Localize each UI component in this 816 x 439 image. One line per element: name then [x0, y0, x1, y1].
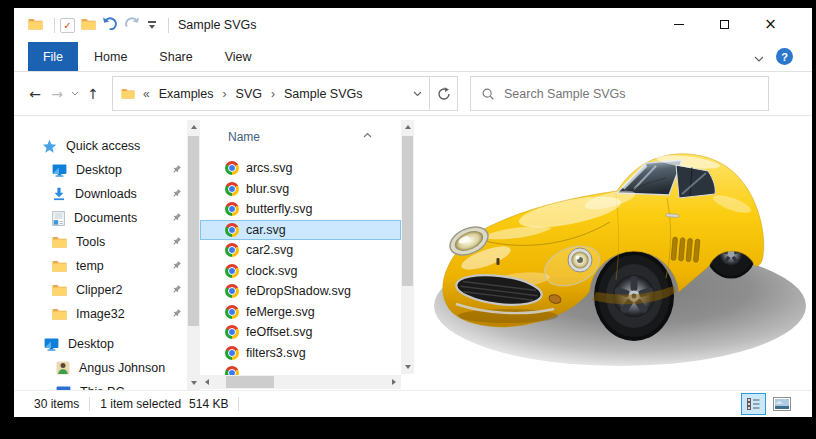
folder-icon: [52, 236, 67, 248]
scroll-right-arrow[interactable]: [387, 375, 401, 389]
pin-icon: [171, 260, 182, 274]
check-icon: ✓: [63, 20, 71, 31]
scroll-down-arrow[interactable]: [187, 376, 200, 390]
redo-icon[interactable]: [124, 16, 140, 34]
maximize-button[interactable]: [702, 8, 747, 41]
scrollbar-thumb[interactable]: [226, 376, 274, 388]
scroll-up-arrow[interactable]: [401, 120, 414, 134]
refresh-button[interactable]: [430, 76, 458, 111]
chrome-browser-icon: [225, 223, 239, 237]
sidebar-item-desktop[interactable]: Desktop: [14, 158, 200, 182]
sidebar-item-documents[interactable]: Documents: [14, 206, 200, 230]
minimize-button[interactable]: [656, 8, 701, 41]
main-area: Quick access Desktop Downloads: [14, 116, 812, 390]
search-box[interactable]: [470, 76, 769, 111]
sidebar-item-quick-access[interactable]: Quick access: [14, 134, 200, 158]
file-name: feOffset.svg: [246, 325, 312, 339]
window-folder-icon: [28, 16, 43, 34]
tab-share[interactable]: Share: [143, 42, 208, 71]
file-list-scrollbar[interactable]: [401, 120, 414, 374]
thumbnails-view-button[interactable]: [769, 393, 794, 415]
file-name: blur.svg: [246, 182, 289, 196]
breadcrumb-segment[interactable]: SVG: [236, 87, 262, 101]
tab-view[interactable]: View: [209, 42, 268, 71]
folder-icon: [52, 308, 67, 320]
file-name: arcs.svg: [246, 161, 293, 175]
folder-icon: [52, 284, 67, 296]
horizontal-scrollbar[interactable]: [200, 375, 401, 389]
recent-locations-chevron-icon[interactable]: [68, 82, 82, 106]
sidebar-item-label: Image32: [76, 307, 125, 321]
address-dropdown-chevron-icon[interactable]: [405, 91, 429, 97]
chrome-browser-icon: [225, 325, 239, 339]
new-folder-button[interactable]: [81, 16, 96, 34]
selection-count: 1 item selected: [100, 397, 181, 411]
undo-icon[interactable]: [102, 16, 118, 34]
breadcrumb-segment[interactable]: Sample SVGs: [284, 87, 363, 101]
sidebar-item-label: Desktop: [76, 163, 122, 177]
file-row[interactable]: car2.svg: [200, 240, 401, 261]
file-row[interactable]: filters3.svg: [200, 343, 401, 364]
chrome-browser-icon: [225, 202, 239, 216]
sidebar-item-this-pc[interactable]: This PC: [14, 380, 200, 390]
refresh-icon: [437, 87, 451, 101]
scrollbar-thumb[interactable]: [402, 136, 413, 286]
breadcrumb-separator: ›: [223, 87, 227, 101]
file-row[interactable]: butterfly.svg: [200, 199, 401, 220]
breadcrumb-separator: ›: [271, 87, 275, 101]
details-view-button[interactable]: [741, 393, 766, 415]
tab-home[interactable]: Home: [78, 42, 143, 71]
file-name: car.svg: [246, 223, 286, 237]
up-button[interactable]: ↑: [82, 82, 104, 106]
sidebar-item-temp[interactable]: temp: [14, 254, 200, 278]
divider: [168, 18, 169, 33]
user-icon: [56, 361, 70, 375]
address-folder-icon: [121, 88, 135, 99]
file-row[interactable]: blur.svg: [200, 179, 401, 200]
address-bar[interactable]: « Examples › SVG › Sample SVGs: [112, 76, 430, 111]
help-button[interactable]: ?: [776, 48, 793, 65]
sidebar-item-desktop-root[interactable]: Desktop: [14, 332, 200, 356]
customize-qat-dropdown[interactable]: [146, 21, 157, 28]
sidebar-item-tools[interactable]: Tools: [14, 230, 200, 254]
breadcrumb-truncate[interactable]: «: [143, 87, 150, 101]
file-row[interactable]: feDropShadow.svg: [200, 281, 401, 302]
tab-file[interactable]: File: [28, 42, 78, 71]
scroll-up-arrow[interactable]: [187, 120, 200, 134]
file-row-partial[interactable]: [200, 363, 401, 375]
sidebar-item-angus-johnson[interactable]: Angus Johnson: [14, 356, 200, 380]
scroll-down-arrow[interactable]: [401, 360, 414, 374]
window-title: Sample SVGs: [178, 18, 257, 32]
sidebar-item-downloads[interactable]: Downloads: [14, 182, 200, 206]
sidebar-item-clipper2[interactable]: Clipper2: [14, 278, 200, 302]
column-header-name[interactable]: Name: [228, 130, 414, 144]
sidebar-scrollbar[interactable]: [187, 120, 200, 390]
statusbar: 30 items 1 item selected 514 KB: [14, 390, 812, 417]
ribbon-collapse-chevron-icon[interactable]: [754, 48, 764, 66]
file-row[interactable]: clock.svg: [200, 261, 401, 282]
file-row-selected[interactable]: car.svg: [200, 220, 401, 241]
file-row[interactable]: feMerge.svg: [200, 302, 401, 323]
scroll-left-arrow[interactable]: [200, 375, 214, 389]
file-row[interactable]: feOffset.svg: [200, 322, 401, 343]
forward-button[interactable]: →: [46, 82, 68, 106]
pin-icon: [171, 284, 182, 298]
divider: [238, 397, 239, 411]
sidebar-item-image32[interactable]: Image32: [14, 302, 200, 326]
folder-icon: [52, 260, 67, 272]
properties-button[interactable]: ✓: [60, 18, 75, 33]
breadcrumb-segment[interactable]: Examples: [159, 87, 214, 101]
item-count: 30 items: [34, 397, 79, 411]
quick-access-star-icon: [42, 139, 57, 154]
sidebar-item-label: Tools: [76, 235, 105, 249]
divider: [89, 397, 90, 411]
back-button[interactable]: ←: [24, 82, 46, 106]
file-name: car2.svg: [246, 243, 293, 257]
file-row[interactable]: arcs.svg: [200, 158, 401, 179]
close-button[interactable]: ×: [748, 8, 793, 41]
scrollbar-thumb[interactable]: [188, 136, 199, 326]
preview-pane: [414, 116, 812, 390]
file-name: clock.svg: [246, 264, 297, 278]
sort-ascending-icon[interactable]: [363, 124, 372, 142]
search-input[interactable]: [504, 87, 760, 101]
